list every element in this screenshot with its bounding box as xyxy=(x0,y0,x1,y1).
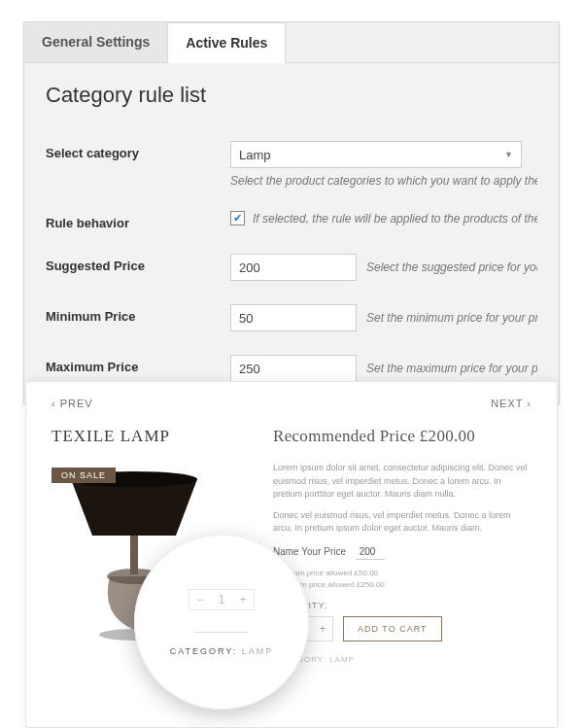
suggested-price-help: Select the suggested price for your p xyxy=(366,260,537,274)
suggested-price-row: Suggested Price Select the suggested pri… xyxy=(46,242,537,293)
rule-behavior-row: Rule behavior ✔ If selected, the rule wi… xyxy=(46,199,537,242)
maximum-price-input[interactable] xyxy=(230,355,357,382)
plus-icon[interactable]: + xyxy=(313,617,332,641)
nyp-input[interactable]: 200 xyxy=(356,544,385,560)
minimum-price-row: Minimum Price Set the minimum price for … xyxy=(46,293,537,343)
category-dropdown[interactable]: Lamp ▼ xyxy=(230,141,522,168)
rule-behavior-checkbox[interactable]: ✔ xyxy=(230,211,245,225)
suggested-price-label: Suggested Price xyxy=(46,254,230,273)
chevron-down-icon: ▼ xyxy=(504,150,513,159)
tabs: General Settings Active Rules xyxy=(24,22,559,63)
pager: ‹ PREV NEXT › xyxy=(51,398,532,409)
minimum-price-label: Minimum Price xyxy=(46,304,230,324)
suggested-price-input[interactable] xyxy=(230,254,357,281)
cart-row: − 1 + ADD TO CART xyxy=(273,616,532,641)
chevron-left-icon: ‹ xyxy=(51,398,56,409)
recommended-price: Recommended Price £200.00 xyxy=(273,427,532,446)
maximum-price-label: Maximum Price xyxy=(46,355,230,374)
category-line: CATEGORY: LAMP xyxy=(273,655,532,664)
magnifier-category: CATEGORY: LAMP xyxy=(170,646,274,656)
category-dropdown-value: Lamp xyxy=(239,148,271,162)
divider xyxy=(194,632,249,633)
tab-general[interactable]: General Settings xyxy=(24,22,168,62)
minimum-price-help: Set the minimum price for your pro xyxy=(366,311,537,325)
plus-icon: + xyxy=(232,590,254,609)
select-category-row: Select category Lamp ▼ Select the produc… xyxy=(46,129,537,199)
settings-panel: General Settings Active Rules Category r… xyxy=(23,21,560,404)
prev-link[interactable]: ‹ PREV xyxy=(51,398,93,409)
rule-behavior-help: If selected, the rule will be applied to… xyxy=(253,212,537,225)
product-title: TEXILE LAMP xyxy=(51,427,246,446)
select-category-label: Select category xyxy=(46,141,230,160)
price-limits: Minimum price allowed £50.00 Maximum pri… xyxy=(273,568,532,591)
next-link[interactable]: NEXT › xyxy=(491,398,532,409)
magnifier-qty: 1 xyxy=(211,590,232,609)
maximum-price-help: Set the maximum price for your pro xyxy=(366,362,537,375)
add-to-cart-button[interactable]: ADD TO CART xyxy=(343,616,442,641)
category-help: Select the product categories to which y… xyxy=(230,174,537,188)
min-limit: Minimum price allowed £50.00 xyxy=(273,568,532,579)
magnifier: − 1 + CATEGORY: LAMP xyxy=(134,535,309,710)
description-1: Lorem ipsum dolor sit amet, consectetur … xyxy=(273,462,532,502)
sale-badge: ON SALE xyxy=(51,468,116,483)
rule-behavior-label: Rule behavior xyxy=(46,211,230,230)
minimum-price-input[interactable] xyxy=(230,304,357,331)
nyp-row: Name Your Price 200 xyxy=(273,543,532,560)
minus-icon: − xyxy=(189,590,211,609)
page-title: Category rule list xyxy=(46,83,537,108)
description-2: Donec vel euismod risus, vel imperdiet m… xyxy=(273,509,532,536)
max-limit: Maximum price allowed £250.00 xyxy=(273,579,532,591)
qty-label: QUANTITY: xyxy=(273,601,532,610)
product-preview-card: ‹ PREV NEXT › TEXILE LAMP ON SALE xyxy=(25,381,558,728)
magnifier-stepper: − 1 + xyxy=(189,589,255,610)
nyp-label: Name Your Price xyxy=(273,546,346,557)
tab-active-rules[interactable]: Active Rules xyxy=(168,22,286,63)
chevron-right-icon: › xyxy=(527,398,532,409)
